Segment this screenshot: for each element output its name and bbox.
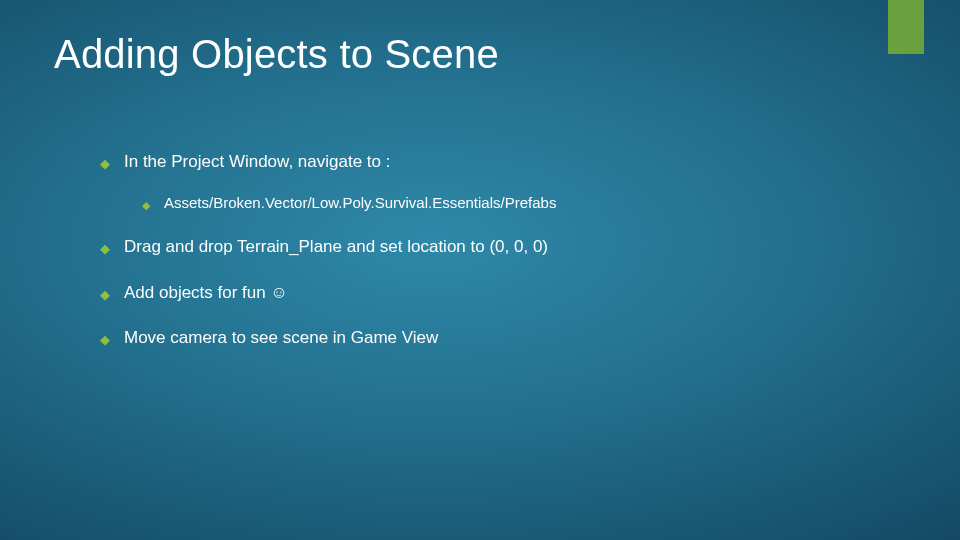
diamond-icon: ◆	[100, 155, 110, 173]
list-item-nested: ◆ Assets/Broken.Vector/Low.Poly.Survival…	[142, 192, 556, 213]
accent-bar	[888, 0, 924, 54]
list-item: ◆ In the Project Window, navigate to :	[100, 150, 556, 174]
list-item: ◆ Add objects for fun ☺	[100, 281, 556, 305]
slide-content: ◆ In the Project Window, navigate to : ◆…	[100, 150, 556, 372]
diamond-icon: ◆	[100, 240, 110, 258]
slide-title: Adding Objects to Scene	[54, 32, 499, 77]
bullet-text: Add objects for fun ☺	[124, 281, 288, 305]
diamond-icon: ◆	[142, 198, 150, 213]
diamond-icon: ◆	[100, 331, 110, 349]
list-item: ◆ Drag and drop Terrain_Plane and set lo…	[100, 235, 556, 259]
diamond-icon: ◆	[100, 286, 110, 304]
bullet-text: In the Project Window, navigate to :	[124, 150, 390, 174]
slide: Adding Objects to Scene ◆ In the Project…	[0, 0, 960, 540]
bullet-text: Move camera to see scene in Game View	[124, 326, 438, 350]
list-item: ◆ Move camera to see scene in Game View	[100, 326, 556, 350]
bullet-text: Drag and drop Terrain_Plane and set loca…	[124, 235, 548, 259]
bullet-text: Assets/Broken.Vector/Low.Poly.Survival.E…	[164, 192, 556, 213]
